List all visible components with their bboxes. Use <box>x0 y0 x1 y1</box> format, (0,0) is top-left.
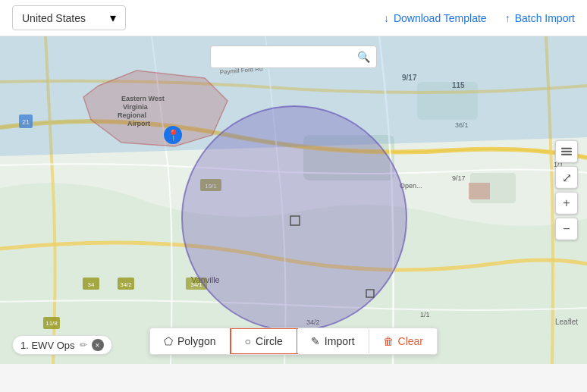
edit-icon[interactable]: ✏ <box>80 340 87 350</box>
svg-rect-39 <box>561 154 572 155</box>
svg-rect-4 <box>469 183 490 199</box>
polygon-button[interactable]: ⬠ Polygon <box>150 329 231 353</box>
clear-label: Clear <box>398 335 423 347</box>
svg-text:11/8: 11/8 <box>46 320 58 327</box>
country-select[interactable]: United States ▾ <box>12 5 126 30</box>
svg-text:34: 34 <box>88 281 95 288</box>
svg-text:Airport: Airport <box>127 120 150 127</box>
trash-icon: 🗑 <box>383 335 394 347</box>
tag-bar: 1. EWV Ops ✏ × <box>12 335 112 355</box>
download-template-link[interactable]: ↓ Download Template <box>384 12 487 24</box>
map-background: 21 34 11/8 34/2 9/17 115 36/1 9/17 Open.… <box>0 36 587 364</box>
clear-button[interactable]: 🗑 Clear <box>369 329 437 353</box>
map-controls: ⤢ + − <box>555 140 578 240</box>
fullscreen-icon: ⤢ <box>562 170 572 184</box>
circle-icon: ○ <box>245 335 251 347</box>
circle-label: Circle <box>256 335 283 347</box>
map-search-input[interactable] <box>217 52 357 63</box>
svg-rect-37 <box>561 148 572 149</box>
svg-rect-38 <box>561 151 572 152</box>
map-search: 🔍 <box>210 45 377 68</box>
map-container[interactable]: 21 34 11/8 34/2 9/17 115 36/1 9/17 Open.… <box>0 36 587 364</box>
chevron-down-icon: ▾ <box>110 11 116 25</box>
search-icon: 🔍 <box>357 51 370 63</box>
close-icon[interactable]: × <box>92 339 104 351</box>
zoom-in-button[interactable]: + <box>555 192 578 215</box>
list-item: 1. EWV Ops ✏ × <box>12 335 112 355</box>
top-bar-links: ↓ Download Template ↑ Batch Import <box>384 12 575 24</box>
download-icon: ↓ <box>384 12 389 24</box>
batch-import-label: Batch Import <box>515 12 575 24</box>
svg-text:Virginia: Virginia <box>123 103 149 111</box>
tag-label: 1. EWV Ops <box>20 340 75 351</box>
import-icon: ✎ <box>311 335 320 347</box>
svg-text:Regional: Regional <box>118 111 146 119</box>
svg-text:9/17: 9/17 <box>452 174 466 182</box>
svg-text:34/2: 34/2 <box>120 281 132 288</box>
polygon-icon: ⬠ <box>164 335 173 347</box>
polygon-label: Polygon <box>177 335 216 347</box>
svg-text:1/1: 1/1 <box>420 311 430 318</box>
circle-button[interactable]: ○ Circle <box>230 328 298 355</box>
import-button[interactable]: ✎ Import <box>297 329 369 353</box>
import-label: Import <box>325 335 355 347</box>
map-attribution: Leaflet <box>555 318 578 326</box>
tool-bar: ⬠ Polygon ○ Circle ✎ Import 🗑 Clear <box>149 328 438 355</box>
top-bar: United States ▾ ↓ Download Template ↑ Ba… <box>0 0 587 36</box>
svg-text:Eastern West: Eastern West <box>121 95 165 102</box>
download-template-label: Download Template <box>394 12 487 24</box>
country-select-value: United States <box>22 12 86 24</box>
svg-text:📍: 📍 <box>167 129 180 142</box>
batch-import-link[interactable]: ↑ Batch Import <box>505 12 575 24</box>
fullscreen-button[interactable]: ⤢ <box>555 166 578 189</box>
svg-text:34/1: 34/1 <box>190 281 202 288</box>
zoom-in-icon: + <box>563 196 570 210</box>
upload-icon: ↑ <box>505 12 510 24</box>
zoom-out-button[interactable]: − <box>555 218 578 240</box>
zoom-out-icon: − <box>563 222 570 236</box>
layers-button[interactable] <box>555 140 578 163</box>
